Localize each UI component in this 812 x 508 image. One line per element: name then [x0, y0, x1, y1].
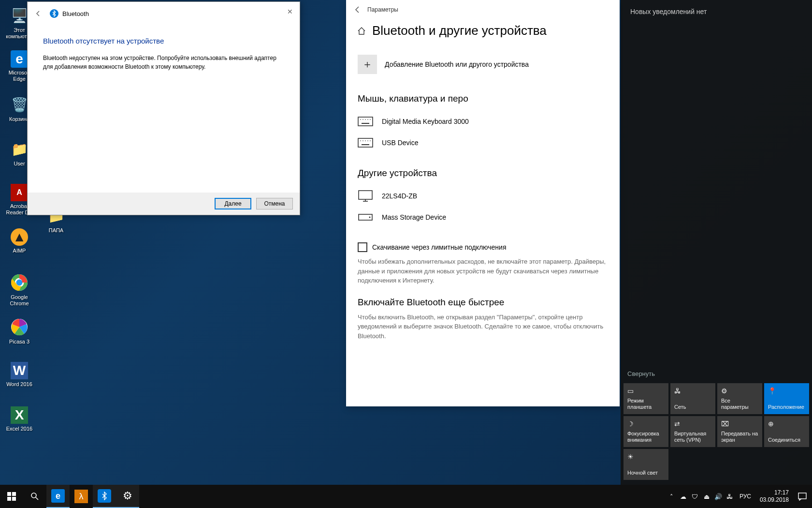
tile-focus-assist[interactable]: ☽Фокусировка внимания	[624, 416, 668, 447]
tile-tablet-mode[interactable]: ▭Режим планшета	[624, 383, 668, 414]
sun-icon: ☀	[627, 453, 665, 461]
tray-onedrive-icon[interactable]: ☁	[678, 485, 689, 508]
desktop-icon-word[interactable]: W Word 2016	[2, 359, 37, 400]
tray-volume-icon[interactable]: 🔊	[712, 485, 724, 508]
keyboard-icon	[358, 116, 373, 127]
desktop-icon-picasa[interactable]: Picasa 3	[2, 314, 37, 355]
settings-window: Параметры Bluetooth и другие устройства …	[346, 0, 620, 406]
desktop-icon-excel[interactable]: X Excel 2016	[2, 403, 37, 444]
desktop-icon-label: Picasa 3	[9, 339, 29, 345]
taskbar-app-settings[interactable]: ⚙	[116, 485, 139, 508]
chrome-icon	[10, 273, 29, 292]
checkbox-icon	[358, 242, 367, 252]
back-icon[interactable]	[33, 9, 43, 18]
dialog-text: Bluetooth недоступен на этом устройстве.…	[43, 54, 284, 71]
cancel-button[interactable]: Отмена	[256, 198, 293, 209]
device-item[interactable]: 22LS4D-ZB	[358, 185, 608, 207]
language-indicator[interactable]: РУС	[736, 485, 755, 508]
taskbar-app-bluetooth[interactable]	[93, 485, 116, 508]
device-item[interactable]: Mass Storage Device	[358, 207, 608, 228]
vpn-icon: ⇄	[674, 420, 711, 428]
app-icon: λ	[74, 490, 88, 503]
tile-network[interactable]: 🖧Сеть	[670, 383, 715, 414]
svg-rect-18	[359, 191, 372, 199]
add-device-button[interactable]: ＋ Добавление Bluetooth или другого устро…	[358, 55, 608, 74]
action-center: Новых уведомлений нет Свернуть ▭Режим пл…	[621, 0, 812, 485]
device-item[interactable]: USB Device	[358, 132, 608, 153]
svg-rect-25	[7, 497, 11, 501]
svg-rect-4	[358, 117, 373, 126]
tile-label: Соединиться	[768, 437, 805, 443]
svg-rect-11	[358, 138, 373, 147]
tile-vpn[interactable]: ⇄Виртуальная сеть (VPN)	[670, 416, 715, 447]
page-title: Bluetooth и другие устройства	[372, 23, 547, 38]
taskbar-clock[interactable]: 17:17 03.09.2018	[755, 489, 794, 504]
notifications-header: Новых уведомлений нет	[621, 0, 812, 23]
device-label: USB Device	[382, 139, 418, 147]
desktop-icon-aimp[interactable]: ▲ AIMP	[2, 225, 37, 266]
next-button[interactable]: Далее	[215, 198, 251, 209]
desktop-icon-label: Excel 2016	[6, 426, 32, 432]
edge-icon: e	[11, 50, 28, 68]
taskbar-app-edge[interactable]: e	[46, 485, 70, 508]
plus-icon: ＋	[358, 55, 377, 74]
aimp-icon: ▲	[11, 228, 28, 246]
clock-time: 17:17	[774, 489, 789, 496]
action-center-button[interactable]	[794, 485, 811, 508]
tablet-icon: ▭	[627, 387, 665, 395]
start-button[interactable]	[0, 485, 23, 508]
svg-rect-26	[12, 497, 16, 501]
checkbox-label: Скачивание через лимитные подключения	[372, 243, 506, 251]
tile-night-light[interactable]: ☀Ночной свет	[624, 449, 668, 480]
dialog-header: Bluetooth ✕	[28, 2, 300, 25]
metered-checkbox[interactable]: Скачивание через лимитные подключения	[358, 242, 608, 252]
tile-label: Расположение	[768, 404, 805, 410]
svg-rect-24	[12, 492, 16, 496]
tile-connect[interactable]: ⊕Соединиться	[764, 416, 809, 447]
clock-date: 03.09.2018	[760, 496, 789, 504]
bluetooth-icon	[50, 9, 58, 18]
desktop-icon-label: AIMP	[13, 248, 26, 254]
tray-usb-icon[interactable]: ⏏	[701, 485, 712, 508]
back-icon[interactable]	[354, 6, 367, 14]
device-label: 22LS4D-ZB	[382, 192, 417, 200]
tile-label: Фокусировка внимания	[627, 431, 665, 443]
section-heading-other: Другие устройства	[358, 168, 608, 179]
taskbar: e λ ⚙ ˄ ☁ 🛡 ⏏ 🔊 🖧 РУС 17:17 03.09.2018	[0, 485, 812, 508]
metered-help-text: Чтобы избежать дополнительных расходов, …	[358, 257, 608, 285]
collapse-button[interactable]: Свернуть	[621, 370, 812, 381]
location-icon: 📍	[768, 387, 805, 395]
add-device-label: Добавление Bluetooth или другого устройс…	[385, 60, 529, 68]
gear-icon: ⚙	[721, 387, 758, 395]
monitor-icon	[358, 190, 373, 202]
taskbar-app-hl[interactable]: λ	[70, 485, 93, 508]
storage-icon	[358, 211, 373, 223]
desktop-icon-chrome[interactable]: Google Chrome	[2, 270, 37, 311]
tray-network-icon[interactable]: 🖧	[724, 485, 736, 508]
tile-location[interactable]: 📍Расположение	[764, 383, 809, 414]
home-icon[interactable]	[357, 26, 366, 36]
settings-body: ＋ Добавление Bluetooth или другого устро…	[346, 46, 620, 406]
tray-security-icon[interactable]: 🛡	[689, 485, 701, 508]
dialog-footer: Далее Отмена	[28, 193, 300, 215]
tile-label: Все параметры	[721, 398, 758, 410]
close-icon[interactable]: ✕	[284, 6, 296, 17]
tile-all-settings[interactable]: ⚙Все параметры	[717, 383, 762, 414]
keyboard-icon	[358, 137, 373, 149]
pc-icon: 🖥️	[10, 6, 29, 25]
device-item[interactable]: Digital Media Keyboard 3000	[358, 111, 608, 132]
bluetooth-icon	[98, 489, 111, 503]
recycle-icon: 🗑️	[10, 95, 29, 114]
fast-bluetooth-heading: Включайте Bluetooth еще быстрее	[358, 297, 608, 308]
desktop-icon-label: ПАПА	[49, 227, 63, 234]
section-heading-mouse: Мышь, клавиатура и перо	[358, 93, 608, 104]
settings-breadcrumb[interactable]: Параметры	[367, 6, 398, 13]
tile-project[interactable]: ⌧Передавать на экран	[717, 416, 762, 447]
taskbar-right: ˄ ☁ 🛡 ⏏ 🔊 🖧 РУС 17:17 03.09.2018	[666, 485, 812, 508]
tile-label: Сеть	[674, 404, 711, 410]
tray-chevron-icon[interactable]: ˄	[666, 485, 678, 508]
desktop-icon-label: Google Chrome	[2, 294, 37, 307]
dialog-body: Bluetooth отсутствует на устройстве Blue…	[28, 25, 300, 83]
svg-rect-23	[7, 492, 11, 496]
search-button[interactable]	[23, 485, 46, 508]
